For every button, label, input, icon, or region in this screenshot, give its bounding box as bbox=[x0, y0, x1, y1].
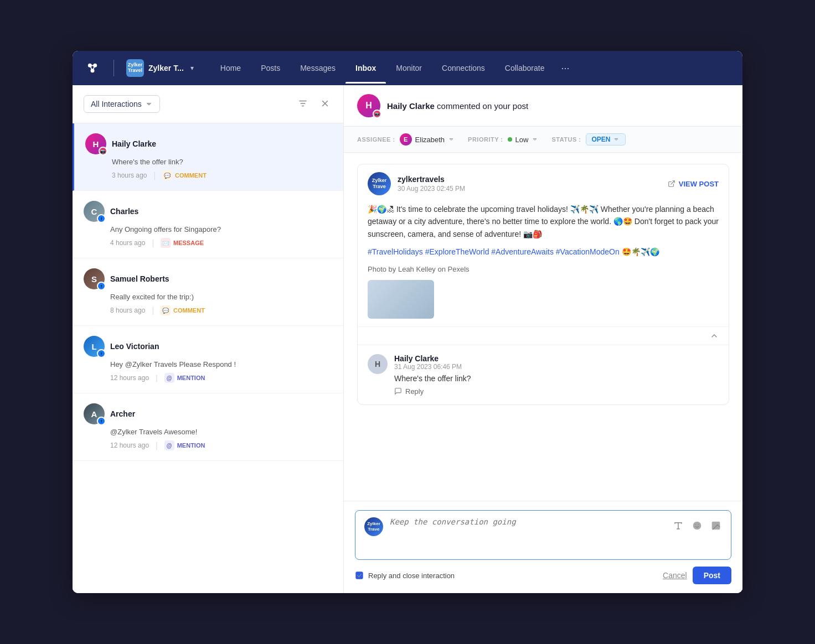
reply-brand-avatar: ZylkerTrave bbox=[364, 517, 383, 536]
cancel-button[interactable]: Cancel bbox=[663, 571, 687, 580]
post-button[interactable]: Post bbox=[693, 567, 731, 584]
nav-inbox[interactable]: Inbox bbox=[345, 53, 386, 84]
filter-label: All Interactions bbox=[91, 100, 142, 108]
post-author: ZylkerTrave zylkertravels 30 Aug 2023 02… bbox=[368, 172, 465, 195]
nav-more-options[interactable]: ··· bbox=[554, 51, 576, 85]
post-author-info: zylkertravels 30 Aug 2023 02:45 PM bbox=[398, 175, 465, 193]
panel-platform-badge: 📷 bbox=[373, 110, 381, 118]
reply-button[interactable]: Reply bbox=[394, 387, 719, 396]
list-item[interactable]: C f Charles Any Ongoing offers for Singa… bbox=[73, 191, 343, 258]
nav-collaborate[interactable]: Collaborate bbox=[495, 53, 555, 84]
svg-rect-9 bbox=[356, 572, 363, 579]
nav-connections[interactable]: Connections bbox=[432, 53, 495, 84]
nav-posts[interactable]: Posts bbox=[251, 53, 290, 84]
item-header: S f Samuel Roberts bbox=[84, 268, 332, 289]
type-badge: @ MENTION bbox=[164, 373, 205, 383]
view-post-button[interactable]: VIEW POST bbox=[668, 180, 719, 188]
status-field: STATUS : OPEN bbox=[551, 133, 625, 146]
user-name: Samuel Roberts bbox=[110, 274, 169, 283]
item-message: Really excited for the trip:) bbox=[84, 293, 332, 301]
item-message: Hey @Zylker Travels Please Respond ! bbox=[84, 360, 332, 368]
avatar: L f bbox=[84, 336, 105, 357]
avatar: C f bbox=[84, 201, 105, 222]
time-label: 12 hours ago bbox=[110, 374, 149, 382]
brand-name: Zylker T... bbox=[148, 64, 184, 72]
assignee-label: ASSIGNEE : bbox=[357, 136, 395, 143]
item-footer: 8 hours ago | 💬 COMMENT bbox=[84, 305, 332, 315]
reply-input[interactable] bbox=[390, 517, 666, 550]
app-logo-icon bbox=[84, 59, 101, 77]
reply-label: Reply bbox=[405, 387, 424, 396]
sidebar-action-buttons: path{fill:none;stroke:#888;stroke-width:… bbox=[296, 96, 332, 112]
emoji-button[interactable] bbox=[691, 520, 703, 533]
post-author-time: 30 Aug 2023 02:45 PM bbox=[398, 185, 465, 193]
platform-badge: 📷 bbox=[99, 147, 107, 155]
image-button[interactable] bbox=[710, 520, 722, 533]
platform-badge: f bbox=[97, 349, 106, 358]
filter-dropdown[interactable]: All Interactions bbox=[84, 95, 160, 113]
mention-icon: @ bbox=[164, 373, 174, 383]
comment-section: H Haily Clarke 31 Aug 2023 06:46 PM Wher… bbox=[358, 345, 729, 404]
collapse-button[interactable] bbox=[358, 326, 729, 345]
detail-panel: H 📷 Haily Clarke commented on your post … bbox=[344, 85, 742, 593]
text-format-button[interactable] bbox=[672, 520, 684, 533]
priority-field: PRIORITY : Low bbox=[468, 136, 538, 144]
item-header: A f Archer bbox=[84, 403, 332, 424]
comment-author-avatar: H bbox=[368, 354, 388, 374]
nav-messages[interactable]: Messages bbox=[290, 53, 345, 84]
panel-user-avatar: H 📷 bbox=[357, 94, 380, 117]
brand-logo: ZylkerTravel bbox=[126, 59, 144, 77]
view-post-label: VIEW POST bbox=[679, 180, 719, 188]
reply-close-check[interactable]: Reply and close interaction bbox=[355, 571, 455, 580]
list-item[interactable]: H 📷 Haily Clarke Where's the offer link?… bbox=[73, 123, 343, 191]
message-icon: ✉️ bbox=[161, 238, 171, 248]
assignee-value[interactable]: E Elizabeth bbox=[400, 133, 455, 146]
panel-body: ZylkerTrave zylkertravels 30 Aug 2023 02… bbox=[344, 153, 742, 501]
priority-value[interactable]: Low bbox=[508, 136, 539, 144]
status-badge[interactable]: OPEN bbox=[586, 133, 626, 146]
status-text: OPEN bbox=[592, 136, 611, 143]
item-header: L f Leo Victorian bbox=[84, 336, 332, 357]
nav-home[interactable]: Home bbox=[210, 53, 251, 84]
panel-header-text: Haily Clarke commented on your post bbox=[387, 101, 528, 111]
assignee-name: Elizabeth bbox=[415, 136, 445, 144]
reply-toolbar bbox=[672, 520, 722, 533]
post-card-header: ZylkerTrave zylkertravels 30 Aug 2023 02… bbox=[358, 164, 729, 203]
platform-badge: f bbox=[97, 417, 106, 425]
mention-icon: @ bbox=[164, 440, 174, 450]
panel-header: H 📷 Haily Clarke commented on your post bbox=[344, 85, 742, 127]
comment-icon: 💬 bbox=[162, 170, 172, 180]
platform-badge: f bbox=[97, 282, 106, 290]
user-name: Leo Victorian bbox=[110, 342, 159, 351]
svg-point-6 bbox=[693, 522, 701, 529]
main-content: All Interactions path{fill:none;stroke:#… bbox=[73, 85, 742, 593]
list-item[interactable]: A f Archer @Zylker Travels Awesome! 12 h… bbox=[73, 393, 343, 461]
item-message: Where's the offer link? bbox=[85, 158, 332, 166]
assignee-field: ASSIGNEE : E Elizabeth bbox=[357, 133, 455, 146]
comment-icon: 💬 bbox=[161, 305, 171, 315]
assignee-avatar: E bbox=[400, 133, 412, 146]
item-footer: 4 hours ago | ✉️ MESSAGE bbox=[84, 238, 332, 248]
svg-point-8 bbox=[714, 523, 715, 524]
avatar: S f bbox=[84, 268, 105, 289]
user-name: Haily Clarke bbox=[112, 139, 156, 148]
type-badge: ✉️ MESSAGE bbox=[161, 238, 204, 248]
brand-area[interactable]: ZylkerTravel Zylker T... ▾ bbox=[126, 59, 194, 77]
item-footer: 12 hours ago | @ MENTION bbox=[84, 373, 332, 383]
panel-header-action: commented on your post bbox=[437, 101, 528, 111]
reply-box: ZylkerTrave bbox=[344, 501, 742, 593]
post-text: 🎉🌍🏖 It's time to celebrate the upcoming … bbox=[368, 203, 719, 240]
nav-monitor[interactable]: Monitor bbox=[386, 53, 432, 84]
top-navigation: ZylkerTravel Zylker T... ▾ Home Posts Me… bbox=[73, 51, 742, 85]
time-label: 8 hours ago bbox=[110, 307, 145, 314]
panel-user-name: Haily Clarke bbox=[387, 101, 435, 111]
item-header: C f Charles bbox=[84, 201, 332, 222]
comment-text: Where's the offer link? bbox=[394, 374, 719, 383]
brand-dropdown-arrow: ▾ bbox=[190, 64, 194, 72]
platform-badge: f bbox=[97, 214, 106, 223]
list-item[interactable]: L f Leo Victorian Hey @Zylker Travels Pl… bbox=[73, 326, 343, 393]
filter-button[interactable]: path{fill:none;stroke:#888;stroke-width:… bbox=[296, 96, 310, 112]
list-item[interactable]: S f Samuel Roberts Really excited for th… bbox=[73, 258, 343, 326]
item-footer: 12 hours ago | @ MENTION bbox=[84, 440, 332, 450]
close-sidebar-button[interactable] bbox=[318, 96, 332, 112]
